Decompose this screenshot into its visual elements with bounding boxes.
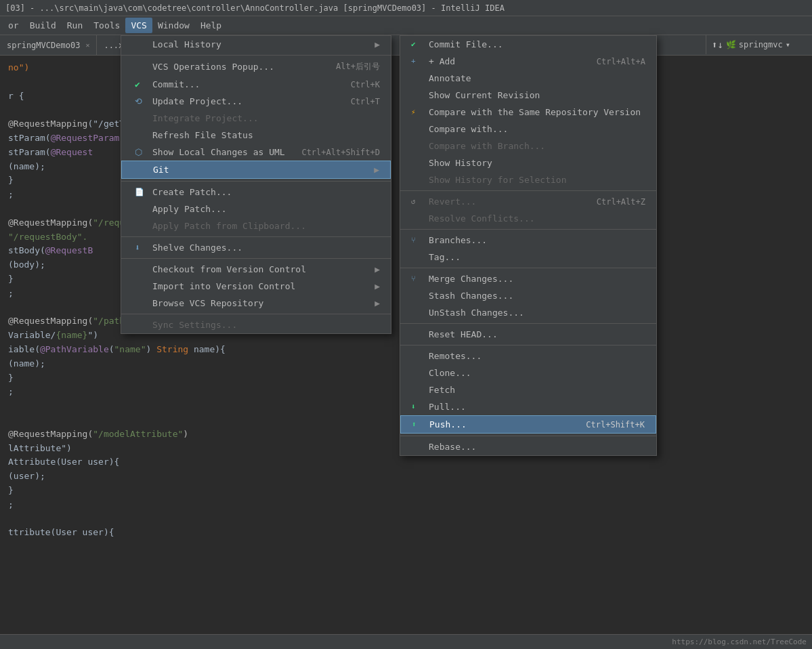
vcs-menu-local-history[interactable]: Local History ▶	[121, 36, 391, 53]
add-shortcut: Ctrl+Alt+A	[597, 57, 645, 66]
vcs-menu-refresh[interactable]: Refresh File Status	[121, 127, 391, 144]
code-line-26: ;	[8, 498, 804, 512]
git-tag[interactable]: Tag...	[400, 249, 656, 266]
branch-indicator[interactable]: ⬆↓ 🌿 springmvc ▾	[706, 35, 796, 54]
tab-close-springmvc[interactable]: ✕	[85, 41, 89, 49]
git-show-history-sel: Show History for Selection	[400, 171, 656, 188]
git-stash[interactable]: Stash Changes...	[400, 287, 656, 304]
compare-same-label: Compare with the Same Repository Version	[429, 107, 641, 117]
git-separator-4	[400, 323, 656, 324]
vcs-ops-shortcut: Alt+后引号	[336, 61, 380, 72]
integrate-label: Integrate Project...	[152, 113, 259, 123]
commit-icon: ✔	[135, 79, 148, 89]
git-add[interactable]: + + Add Ctrl+Alt+A	[400, 53, 656, 70]
menu-item-tools[interactable]: Tools	[88, 18, 125, 33]
git-show-current-rev[interactable]: Show Current Revision	[400, 87, 656, 104]
git-compare-same[interactable]: ⚡ Compare with the Same Repository Versi…	[400, 104, 656, 121]
git-merge[interactable]: ⑂ Merge Changes...	[400, 270, 656, 287]
apply-patch-clip-label: Apply Patch from Clipboard...	[152, 221, 306, 231]
push-shortcut: Ctrl+Shift+K	[586, 420, 645, 430]
stash-label: Stash Changes...	[429, 291, 513, 301]
push-icon: ⬆	[412, 420, 425, 429]
menu-item-window[interactable]: Window	[152, 18, 195, 33]
browse-arrow: ▶	[375, 298, 380, 308]
separator-1	[121, 55, 391, 56]
show-history-sel-label: Show History for Selection	[429, 175, 567, 185]
vcs-menu-create-patch[interactable]: 📄 Create Patch...	[121, 184, 391, 201]
code-line-23: Attribute(User user){	[8, 455, 804, 469]
vcs-menu-browse[interactable]: Browse VCS Repository ▶	[121, 295, 391, 312]
pull-icon: ⬇	[411, 402, 425, 411]
vcs-menu-import[interactable]: Import into Version Control ▶	[121, 278, 391, 295]
git-compare-with[interactable]: Compare with...	[400, 121, 656, 138]
git-push[interactable]: ⬆ Push... Ctrl+Shift+K	[400, 415, 656, 434]
git-reset-head[interactable]: Reset HEAD...	[400, 326, 656, 343]
menu-item-or[interactable]: or	[3, 18, 24, 33]
shelve-icon: ⬇	[135, 243, 148, 253]
git-separator-1	[400, 190, 656, 191]
commit-file-icon: ✔	[411, 40, 425, 49]
git-revert: ↺ Revert... Ctrl+Alt+Z	[400, 193, 656, 210]
merge-label: Merge Changes...	[429, 274, 513, 284]
tab-springmvcdemo03[interactable]: springMVCDemo03 ✕	[0, 35, 97, 55]
update-icon: ⟲	[135, 96, 148, 106]
browse-label: Browse VCS Repository	[152, 298, 263, 308]
vcs-menu-commit[interactable]: ✔ Commit... Ctrl+K	[121, 76, 391, 93]
annotate-label: Annotate	[429, 73, 471, 83]
local-history-arrow: ▶	[375, 39, 380, 49]
vcs-ops-label: VCS Operations Popup...	[152, 62, 274, 72]
create-patch-label: Create Patch...	[152, 187, 232, 197]
git-fetch[interactable]: Fetch	[400, 381, 656, 398]
git-commit-file[interactable]: ✔ Commit File...	[400, 36, 656, 53]
vcs-menu-sync: Sync Settings...	[121, 316, 391, 333]
menu-item-run[interactable]: Run	[62, 18, 88, 33]
menu-item-help[interactable]: Help	[195, 18, 227, 33]
menu-item-build[interactable]: Build	[24, 18, 62, 33]
pull-label: Pull...	[429, 402, 466, 412]
menu-item-vcs[interactable]: VCS	[125, 18, 152, 33]
branch-icon: 🌿	[726, 40, 736, 49]
resolve-label: Resolve Conflicts...	[429, 213, 535, 224]
code-line-24: (user);	[8, 469, 804, 484]
refresh-label: Refresh File Status	[152, 130, 253, 140]
git-separator-6	[400, 436, 656, 436]
git-pull[interactable]: ⬇ Pull...	[400, 398, 656, 415]
unstash-label: UnStash Changes...	[429, 308, 524, 318]
git-show-history[interactable]: Show History	[400, 154, 656, 171]
vcs-menu-git[interactable]: Git ▶	[121, 161, 391, 179]
commit-label: Commit...	[152, 79, 200, 89]
branch-arrows-icon: ⬆↓	[712, 39, 723, 50]
show-history-label: Show History	[429, 158, 492, 168]
git-annotate[interactable]: Annotate	[400, 70, 656, 87]
create-patch-icon: 📄	[135, 188, 148, 196]
commit-file-label: Commit File...	[429, 39, 503, 49]
bottom-bar: https://blog.csdn.net/TreeCode	[0, 634, 812, 649]
git-separator-3	[400, 268, 656, 268]
revert-label: Revert...	[429, 196, 476, 207]
git-unstash[interactable]: UnStash Changes...	[400, 304, 656, 321]
vcs-menu-shelve[interactable]: ⬇ Shelve Changes...	[121, 239, 391, 256]
shelve-label: Shelve Changes...	[152, 243, 242, 253]
git-branches[interactable]: ⑂ Branches...	[400, 232, 656, 249]
bottom-url: https://blog.csdn.net/TreeCode	[672, 637, 807, 646]
vcs-menu-apply-patch[interactable]: Apply Patch...	[121, 201, 391, 217]
vcs-menu-vcs-ops[interactable]: VCS Operations Popup... Alt+后引号	[121, 58, 391, 76]
remotes-label: Remotes...	[429, 351, 482, 361]
vcs-menu-update[interactable]: ⟲ Update Project... Ctrl+T	[121, 93, 391, 110]
tab-label-springmvc: springMVCDemo03	[7, 41, 80, 50]
git-submenu: ✔ Commit File... + + Add Ctrl+Alt+A Anno…	[400, 35, 657, 456]
vcs-menu-checkout[interactable]: Checkout from Version Control ▶	[121, 261, 391, 278]
title-text: [03] - ...\src\main\java\com\codetree\co…	[5, 3, 505, 13]
git-clone[interactable]: Clone...	[400, 364, 656, 381]
git-compare-branch: Compare with Branch...	[400, 138, 656, 154]
local-history-label: Local History	[152, 39, 221, 49]
compare-branch-label: Compare with Branch...	[429, 141, 545, 151]
show-uml-label: Show Local Changes as UML	[152, 147, 285, 157]
vcs-menu-show-uml[interactable]: ⬡ Show Local Changes as UML Ctrl+Alt+Shi…	[121, 144, 391, 161]
commit-shortcut: Ctrl+K	[351, 80, 380, 89]
git-rebase[interactable]: Rebase...	[400, 438, 656, 455]
import-label: Import into Version Control	[152, 281, 295, 291]
code-line-27: ttribute(User user){	[8, 526, 804, 540]
sync-label: Sync Settings...	[152, 320, 237, 330]
git-remotes[interactable]: Remotes...	[400, 348, 656, 364]
